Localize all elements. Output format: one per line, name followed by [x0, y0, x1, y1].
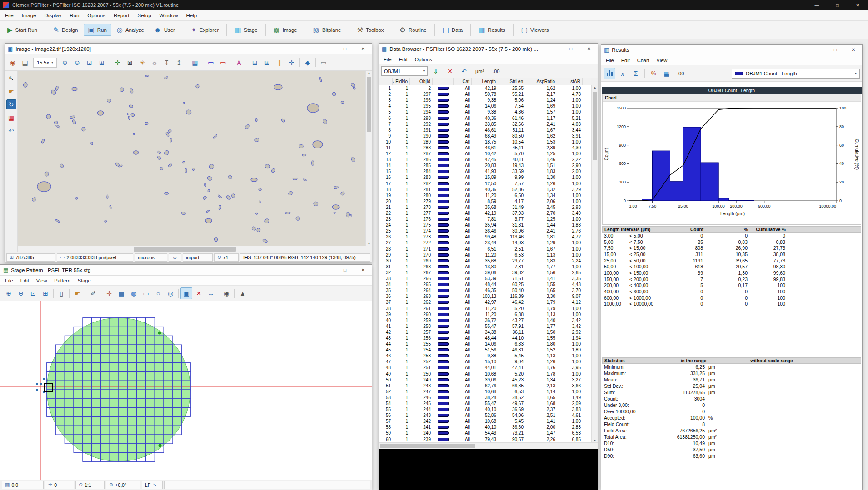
color-grid-button[interactable]: ▦ [189, 57, 201, 69]
table-row[interactable]: 451254All51,5646,311,521,89 [379, 347, 591, 353]
menu-item-edit[interactable]: Edit [618, 56, 634, 64]
red-rectangle-button[interactable]: ▭ [217, 57, 229, 69]
table-row[interactable]: 231276All7,813,771,251,00 [379, 216, 591, 222]
menu-item-help[interactable]: Help [182, 11, 201, 20]
zoom-fit-button[interactable]: ⊞ [96, 57, 108, 69]
focus-button[interactable]: ↥ [173, 57, 185, 69]
pointer-button[interactable]: ↖ [6, 73, 16, 83]
table-row[interactable]: 531246All38,2828,521,651,49 [379, 395, 591, 401]
calibrate-button[interactable]: ✐ [87, 287, 99, 299]
table-row[interactable]: 221277All42,1937,932,703,49 [379, 210, 591, 216]
menu-item-file[interactable]: File [380, 55, 395, 64]
table-row[interactable]: 591240All54,4373,211,476,53 [379, 430, 591, 436]
scroll-up-icon[interactable]: ▲ [592, 86, 598, 89]
scrollbar-thumb[interactable] [134, 247, 236, 252]
table-row[interactable]: 411258All55,4757,911,773,42 [379, 323, 591, 329]
rotate-button[interactable]: ↻ [6, 99, 16, 109]
close-icon[interactable]: ✕ [848, 0, 868, 10]
table-row[interactable]: 471252All15,109,041,261,00 [379, 359, 591, 365]
analyze-button[interactable]: ◎Analyze [112, 24, 149, 36]
table-row[interactable]: 291270All11,206,531,131,00 [379, 252, 591, 258]
explorer-button[interactable]: ✦Explorer [186, 24, 223, 36]
table-row[interactable]: 111288All46,6145,112,394,30 [379, 145, 591, 151]
center-stage-button[interactable]: ✛ [112, 57, 124, 69]
table-row[interactable]: 21297All50,7855,212,174,78 [379, 91, 591, 97]
table-row[interactable]: 201279All8,594,172,061,00 [379, 198, 591, 204]
menu-item-setup[interactable]: Setup [134, 11, 155, 20]
menu-item-view[interactable]: View [653, 56, 671, 64]
menu-item-chart[interactable]: Chart [634, 56, 653, 64]
table-row[interactable]: 521247All10,686,531,141,00 [379, 389, 591, 395]
table-row[interactable]: 551244All40,1036,692,373,83 [379, 406, 591, 412]
viewers-button[interactable]: ▢Viewers [517, 24, 554, 36]
pin-button[interactable]: ↧ [161, 57, 173, 69]
origin-button[interactable]: ◉ [221, 287, 233, 299]
table-row[interactable]: 371262All42,9746,421,794,12 [379, 299, 591, 305]
table-row[interactable]: 481251All44,0147,411,763,95 [379, 365, 591, 371]
import-data-button[interactable]: ⇓ [430, 65, 442, 77]
table-row[interactable]: 431256All48,4444,101,551,94 [379, 335, 591, 341]
table-row[interactable]: 271272All23,4414,931,291,00 [379, 240, 591, 246]
measure-width-button[interactable]: ⊟ [249, 57, 261, 69]
crosshair-button[interactable]: ✛ [286, 57, 298, 69]
image-minimize-icon[interactable]: — [319, 44, 334, 54]
menu-item-display[interactable]: Display [40, 11, 66, 20]
column-header[interactable]: ▲FldNo [393, 78, 410, 85]
units-status[interactable]: microns [135, 253, 167, 262]
eject-button[interactable]: ▲ [237, 287, 249, 299]
table-row[interactable]: 541245All55,4749,671,682,09 [379, 401, 591, 406]
table-row[interactable]: 331266All53,3971,611,413,35 [379, 276, 591, 282]
column-header[interactable] [433, 78, 454, 85]
pan-button[interactable]: ☛ [71, 287, 83, 299]
cross-pattern-button[interactable]: ✛ [103, 287, 115, 299]
stage-map-button[interactable]: ▭ [318, 57, 329, 69]
chart-view-button[interactable] [604, 68, 615, 79]
scrollbar-thumb[interactable] [367, 77, 371, 132]
delete-data-button[interactable]: ✕ [444, 65, 456, 77]
results-close-icon[interactable]: ✕ [846, 45, 861, 55]
table-row[interactable]: 251274All36,4630,962,412,76 [379, 228, 591, 234]
undo-data-button[interactable]: ↶ [458, 65, 470, 77]
table-row[interactable]: 401259All36,7243,271,403,42 [379, 317, 591, 323]
table-row[interactable]: 321267All39,0639,821,562,65 [379, 270, 591, 276]
scroll-up-icon[interactable]: ▲ [366, 71, 372, 74]
menu-item-image[interactable]: Image [18, 11, 40, 20]
table-row[interactable]: 281271All6,512,511,671,00 [379, 246, 591, 252]
table-row[interactable]: 131286All42,4540,111,462,22 [379, 157, 591, 163]
menu-item-edit[interactable]: Edit [395, 55, 411, 64]
measure-height-button[interactable]: ⊞ [261, 57, 273, 69]
blue-rectangle-button[interactable]: ▭ [205, 57, 217, 69]
bitplane-button[interactable]: ▧Bitplane [309, 24, 346, 36]
run-button[interactable]: ▣Run [84, 24, 111, 36]
delete-markers-button[interactable]: ⊠ [124, 57, 136, 69]
user-button[interactable]: ☻User [150, 24, 180, 36]
circle-pattern-button[interactable]: ◍ [128, 287, 140, 299]
undo-button[interactable]: ↶ [6, 126, 16, 136]
menu-item-stage[interactable]: Stage [74, 277, 95, 285]
column-header[interactable]: Length [472, 78, 498, 85]
column-header[interactable]: ObjId [410, 78, 433, 85]
stage-window-titlebar[interactable]: ▦ Stage Pattern - PSFILTER 55x.stg □ ✕ [0, 265, 372, 276]
percent-view-button[interactable]: % [648, 68, 659, 79]
decimals-button[interactable]: .00 [489, 67, 503, 75]
image-close-icon[interactable]: ✕ [355, 44, 371, 54]
menu-item-file[interactable]: File [1, 11, 18, 20]
menu-item-file[interactable]: File [1, 277, 17, 285]
db-maximize-icon[interactable]: □ [563, 44, 579, 54]
db-minimize-icon[interactable]: — [545, 44, 560, 54]
start-run-button[interactable]: ▶Start Run [3, 24, 42, 36]
table-row[interactable]: 601239All79,4390,572,266,85 [379, 436, 591, 442]
table-row[interactable]: 161283All15,899,991,301,00 [379, 174, 591, 180]
zoom-window-button[interactable]: ⊡ [27, 287, 39, 299]
table-row[interactable]: 441255All14,066,831,801,00 [379, 341, 591, 347]
table-row[interactable]: 301269All35,6829,771,832,24 [379, 258, 591, 264]
table-row[interactable]: 241275All35,9431,811,441,88 [379, 222, 591, 228]
zoom-out-button[interactable]: ⊖ [71, 57, 83, 69]
table-row[interactable]: 561243All52,8654,062,514,61 [379, 412, 591, 418]
results-titlebar[interactable]: ▥ Results □ ✕ [601, 45, 862, 55]
table-row[interactable]: 121287All10,425,701,251,00 [379, 151, 591, 157]
menu-item-report[interactable]: Report [110, 11, 134, 20]
stage-close-icon[interactable]: ✕ [355, 265, 371, 275]
table-view-button[interactable]: ▦ [661, 68, 673, 79]
minimize-icon[interactable]: — [807, 0, 827, 10]
